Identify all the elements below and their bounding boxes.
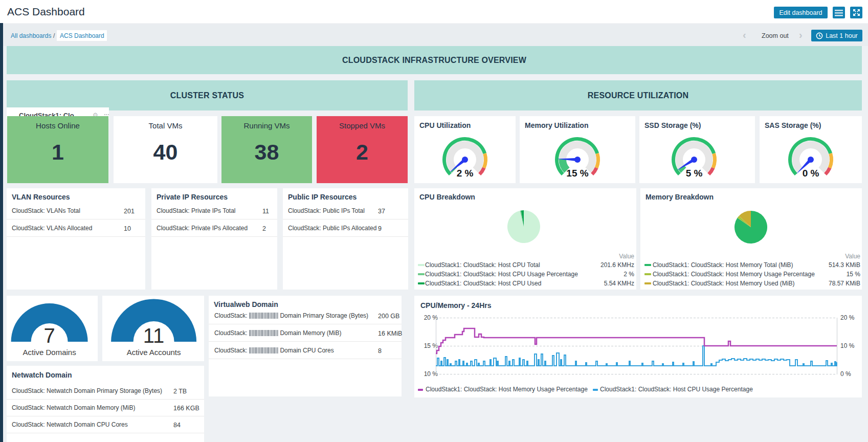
svg-text:7: 7 xyxy=(43,324,55,347)
svg-text:0 %: 0 % xyxy=(803,168,819,179)
svg-text:Active Domains: Active Domains xyxy=(23,348,76,357)
svg-text:15 %: 15 % xyxy=(566,168,588,179)
svg-text:Active Accounts: Active Accounts xyxy=(127,348,181,357)
svg-text:11: 11 xyxy=(143,324,165,347)
svg-text:2 %: 2 % xyxy=(457,168,474,179)
svg-text:5 %: 5 % xyxy=(686,168,703,179)
